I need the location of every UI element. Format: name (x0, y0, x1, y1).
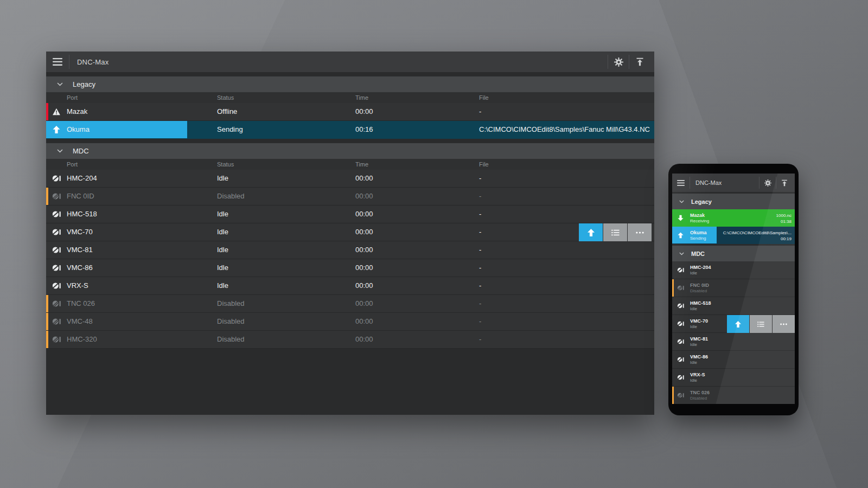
chevron-down-icon (679, 252, 684, 255)
titlebar-divider (69, 55, 69, 69)
port-idle-icon (52, 175, 61, 182)
port-name: VRX-S (690, 372, 705, 377)
column-header-port: Port (67, 92, 78, 103)
port-file: - (479, 259, 481, 277)
phone-port-row-vmc-81[interactable]: VMC-81Idle (672, 333, 795, 351)
port-row-okuma[interactable]: OkumaSending00:16C:\CIMCO\CIMCOEdit8\Sam… (46, 121, 654, 139)
port-row-vmc-86[interactable]: VMC-86Idle00:00- (46, 259, 654, 277)
port-status: Idle (217, 259, 228, 277)
row-status-stripe (672, 261, 674, 279)
port-idle-icon (52, 228, 61, 236)
port-status: Disabled (217, 295, 245, 312)
row-status-stripe (46, 103, 48, 120)
port-disabled-icon (52, 318, 61, 325)
menu-button[interactable] (672, 174, 690, 192)
port-row-hmc-204[interactable]: HMC-204Idle00:00- (46, 170, 654, 188)
arrow-up-icon (735, 321, 741, 328)
port-time: 00:16 (355, 121, 373, 138)
port-time: 00:19 (781, 236, 792, 241)
phone-section-header-mdc[interactable]: MDC (672, 246, 795, 261)
log-list-button[interactable] (603, 223, 627, 241)
port-status: Idle (217, 206, 228, 223)
app-title: DNC-Max (695, 179, 722, 186)
arrow-down-icon (677, 215, 684, 221)
port-name: VMC-86 (690, 354, 708, 359)
port-status: Idle (217, 223, 228, 241)
port-status: Disabled (690, 288, 707, 293)
port-name: Mazak (690, 213, 705, 218)
phone-port-row-vmc-70[interactable]: VMC-70Idle (672, 315, 795, 333)
port-name: HMC-204 (690, 265, 711, 270)
phone-port-row-okuma[interactable]: OkumaSendingC:\CIMCO\CIMCOEdit8\Samples\… (672, 227, 795, 244)
section-header-mdc[interactable]: MDC (46, 143, 654, 159)
port-time: 00:00 (355, 103, 373, 120)
transfer-button[interactable] (629, 52, 650, 72)
more-options-button[interactable] (773, 315, 795, 333)
menu-button[interactable] (46, 52, 69, 72)
port-row-fnc-0id[interactable]: FNC 0IDDisabled00:00- (46, 188, 654, 206)
transfer-button[interactable] (776, 174, 793, 192)
row-status-stripe (46, 331, 48, 348)
settings-button[interactable] (760, 174, 776, 192)
phone-screen: DNC-Max LegacyMazakReceiving1000.nc01:38… (672, 174, 795, 404)
port-time: 00:00 (355, 259, 373, 277)
send-file-button[interactable] (579, 223, 603, 241)
phone-port-list: LegacyMazakReceiving1000.nc01:38OkumaSen… (672, 194, 795, 404)
log-list-button[interactable] (750, 315, 772, 333)
port-status: Idle (217, 277, 228, 294)
phone-device: DNC-Max LegacyMazakReceiving1000.nc01:38… (668, 164, 799, 415)
port-status: Idle (690, 324, 697, 329)
column-header-row: PortStatusTimeFile (46, 159, 654, 170)
port-row-vrx-s[interactable]: VRX-SIdle00:00- (46, 277, 654, 295)
port-time: 00:00 (355, 206, 373, 223)
port-file: - (479, 223, 481, 241)
port-row-vmc-48[interactable]: VMC-48Disabled00:00- (46, 313, 654, 331)
phone-titlebar-actions (759, 174, 795, 192)
section-header-legacy[interactable]: Legacy (46, 76, 654, 92)
port-idle-icon (52, 210, 61, 218)
phone-section-header-legacy[interactable]: Legacy (672, 194, 795, 209)
send-file-button[interactable] (727, 315, 749, 333)
port-row-tnc-026[interactable]: TNC 026Disabled00:00- (46, 295, 654, 313)
menu-icon (677, 180, 685, 186)
port-row-hmc-320[interactable]: HMC-320Disabled00:00- (46, 331, 654, 349)
upload-icon (636, 57, 644, 66)
phone-port-row-tnc-026[interactable]: TNC 026Disabled (672, 387, 795, 404)
settings-button[interactable] (608, 52, 629, 72)
phone-port-row-vmc-86[interactable]: VMC-86Idle (672, 351, 795, 369)
section-title: MDC (691, 251, 705, 257)
port-idle-icon (677, 375, 684, 381)
port-file: - (479, 331, 481, 348)
app-title: DNC-Max (77, 58, 108, 66)
phone-port-row-vrx-s[interactable]: VRX-SIdle (672, 369, 795, 387)
port-time: 00:00 (355, 241, 373, 259)
port-idle-icon (677, 321, 684, 327)
port-file: - (479, 103, 481, 120)
port-name: VMC-70 (67, 223, 93, 241)
arrow-up-icon (677, 232, 684, 238)
column-header-status: Status (217, 92, 234, 103)
ellipsis-icon (780, 323, 787, 325)
phone-port-row-hmc-204[interactable]: HMC-204Idle (672, 261, 795, 279)
port-row-mazak[interactable]: MazakOffline00:00- (46, 103, 654, 121)
port-status: Sending (217, 121, 243, 138)
port-status: Idle (690, 271, 697, 275)
phone-port-row-hmc-518[interactable]: HMC-518Idle (672, 297, 795, 315)
row-status-stripe (672, 351, 674, 368)
gear-icon (614, 57, 623, 67)
column-header-time: Time (355, 92, 368, 103)
port-row-vmc-70[interactable]: VMC-70Idle00:00- (46, 223, 654, 241)
phone-port-row-fnc-0id[interactable]: FNC 0IDDisabled (672, 279, 795, 297)
phone-port-row-mazak[interactable]: MazakReceiving1000.nc01:38 (672, 209, 795, 227)
port-row-hmc-518[interactable]: HMC-518Idle00:00- (46, 206, 654, 223)
port-file: C:\CIMCO\CIMCOEdit8\Samples\... (723, 230, 792, 235)
port-status: Receiving (690, 219, 709, 223)
port-time: 00:00 (355, 331, 373, 348)
phone-titlebar: DNC-Max (672, 174, 795, 192)
port-name: VMC-86 (67, 259, 93, 277)
port-row-vmc-81[interactable]: VMC-81Idle00:00- (46, 241, 654, 259)
chevron-down-icon (57, 149, 63, 153)
more-options-button[interactable] (628, 223, 652, 241)
column-header-file: File (479, 159, 489, 170)
port-idle-icon (677, 339, 684, 345)
